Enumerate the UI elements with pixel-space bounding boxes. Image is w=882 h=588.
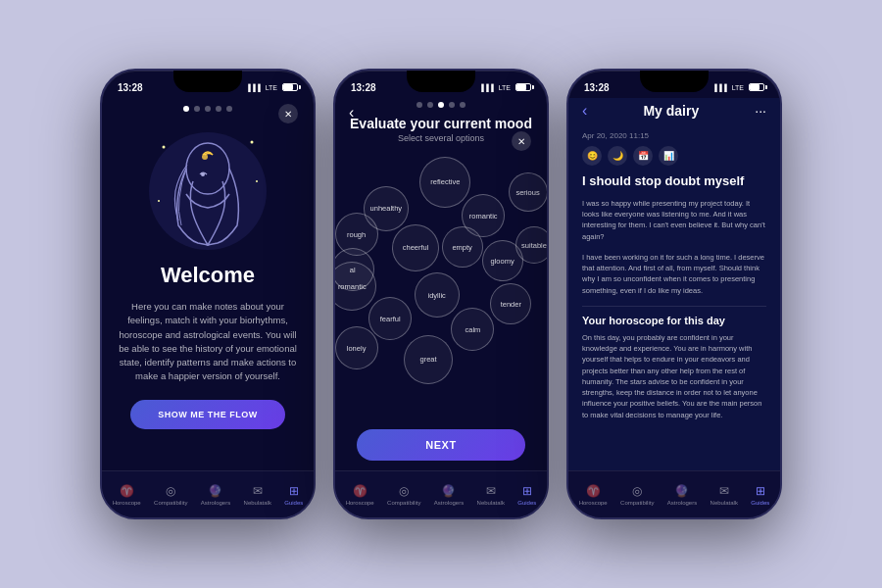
horoscope-section-title: Your horoscope for this day [582,315,766,326]
nav-compatibility-3[interactable]: ◎ Compatibility [620,484,654,506]
bubble-great[interactable]: great [404,335,453,384]
next-button[interactable]: NEXT [357,429,524,461]
nav-astrologers-2[interactable]: 🔮 Astrologers [434,484,464,506]
horoscope-label-3: Horoscope [579,500,608,506]
show-me-the-flow-button[interactable]: SHOW ME THE FLOW [130,400,285,429]
diary-separator [582,306,766,307]
compatibility-label: Compatibility [154,500,187,506]
bubble-cheerful[interactable]: cheerful [392,224,439,271]
bubble-lonely[interactable]: lonely [335,326,378,369]
horoscope-label-2: Horoscope [346,500,374,506]
phone-1-bottom-nav: ♈ Horoscope ◎ Compatibility 🔮 Astrologer… [102,470,314,517]
diary-entry-title: I should stop doubt myself [582,173,766,190]
phones-container: 13:28 ▐▐▐ LTE ✕ [80,49,802,539]
battery-icon [282,83,298,91]
nav-compatibility-2[interactable]: ◎ Compatibility [387,484,420,506]
compatibility-icon-2: ◎ [399,484,409,498]
phone-2-time: 13:28 [351,82,376,93]
horoscope-section-text: On this day, you probably are confident … [582,332,766,420]
signal-icon-3: ▐▐▐ [712,84,727,91]
dot-4 [216,106,221,112]
bubble-tender[interactable]: tender [490,283,531,324]
more-options-button[interactable]: ··· [755,103,766,119]
dot-2-1 [416,102,422,108]
phone-3-bottom-nav: ♈ Horoscope ◎ Compatibility 🔮 Astrologer… [568,470,780,517]
bubble-empty[interactable]: empty [442,226,483,268]
phone-2-status-icons: ▐▐▐ LTE [479,83,531,91]
svg-point-6 [256,180,258,182]
dot-3 [205,106,211,112]
phone-3-status-icons: ▐▐▐ LTE [712,83,764,91]
back-button-2[interactable]: ‹ [349,104,354,122]
phone-2-bottom-nav: ♈ Horoscope ◎ Compatibility 🔮 Astrologer… [335,470,547,517]
nav-nebulatalk-2[interactable]: ✉ Nebulatalk [477,484,505,506]
lte-icon-3: LTE [732,84,744,91]
diary-icons-row: 😊 🌙 📅 📊 [582,146,766,166]
mood-title: Evaluate your current mood [350,116,532,131]
nav-nebulatalk-3[interactable]: ✉ Nebulatalk [710,484,738,506]
bubble-reflective[interactable]: reflective [419,157,470,208]
dot-2-4 [449,102,455,108]
lte-icon-2: LTE [499,84,511,91]
phone-2-notch [407,71,475,92]
astrologers-label-3: Astrologers [667,500,697,506]
horoscope-icon-2: ♈ [353,484,368,498]
close-button-2[interactable]: ✕ [512,131,531,151]
guides-label: Guides [284,500,303,506]
diary-icon-calendar: 📅 [633,146,653,166]
svg-point-7 [158,200,160,202]
dot-5 [226,106,232,112]
close-button[interactable]: ✕ [278,104,298,123]
pagination-dots-1 [183,106,232,112]
guides-icon-2: ⊞ [522,484,532,498]
diary-entry-text-1: I was so happy while presenting my proje… [582,198,766,242]
mood-subtitle: Select several options [398,133,484,143]
phone-1-time: 13:28 [118,82,143,93]
nav-nebulatalk-1[interactable]: ✉ Nebulatalk [244,484,271,506]
nav-compatibility-1[interactable]: ◎ Compatibility [154,484,187,506]
diary-header: ‹ My dairy ··· [568,98,780,125]
phone-1-content: ✕ [102,98,314,470]
welcome-illustration [144,127,271,255]
dot-2-5 [460,102,466,108]
compatibility-label-2: Compatibility [387,500,420,506]
back-button-3[interactable]: ‹ [582,102,587,120]
phone-3: 13:28 ▐▐▐ LTE ‹ My dairy ··· Apr 20, 202… [566,69,782,519]
svg-point-2 [202,154,208,160]
horoscope-label: Horoscope [113,500,141,506]
svg-point-3 [201,172,205,176]
bubble-serious[interactable]: serious [509,172,547,212]
diary-body: Apr 20, 2020 11:15 😊 🌙 📅 📊 I should stop… [568,125,780,470]
nav-guides-2[interactable]: ⊞ Guides [517,484,536,506]
phone-2-content: ‹ ✕ Evaluate your current mood Select se… [335,98,547,470]
nebulatalk-label-2: Nebulatalk [477,500,505,506]
svg-point-0 [149,132,267,250]
nebulatalk-label: Nebulatalk [244,500,271,506]
guides-label-3: Guides [751,500,769,506]
nav-astrologers-3[interactable]: 🔮 Astrologers [667,484,697,506]
diary-entry-text-2: I have been working on it for such a lon… [582,252,766,296]
compatibility-icon: ◎ [166,484,175,498]
nebulatalk-icon-2: ✉ [486,484,496,498]
dot-1 [183,106,189,112]
bubble-idyllic[interactable]: idyllic [415,272,460,318]
mood-bubbles-container: reflective unhealthy romantic serious ro… [335,151,547,421]
nav-guides-1[interactable]: ⊞ Guides [284,484,303,506]
bubble-suitable[interactable]: suitable [515,226,547,264]
diary-icon-chart: 📊 [659,146,678,166]
bubble-calm[interactable]: calm [451,308,494,351]
nav-horoscope-2[interactable]: ♈ Horoscope [346,484,374,506]
nav-horoscope-1[interactable]: ♈ Horoscope [113,484,141,506]
phone-3-notch [640,71,709,92]
nav-astrologers-1[interactable]: 🔮 Astrologers [201,484,230,506]
compatibility-icon-3: ◎ [632,484,642,498]
nav-guides-3[interactable]: ⊞ Guides [751,484,769,506]
bubble-fearful[interactable]: fearful [368,297,412,340]
horoscope-icon-3: ♈ [586,484,601,498]
nebulatalk-icon-3: ✉ [719,484,729,498]
guides-icon: ⊞ [289,484,299,498]
nav-horoscope-3[interactable]: ♈ Horoscope [579,484,608,506]
diary-icon-face: 😊 [582,146,602,166]
pagination-dots-2 [416,102,466,108]
guides-icon-3: ⊞ [756,484,765,498]
